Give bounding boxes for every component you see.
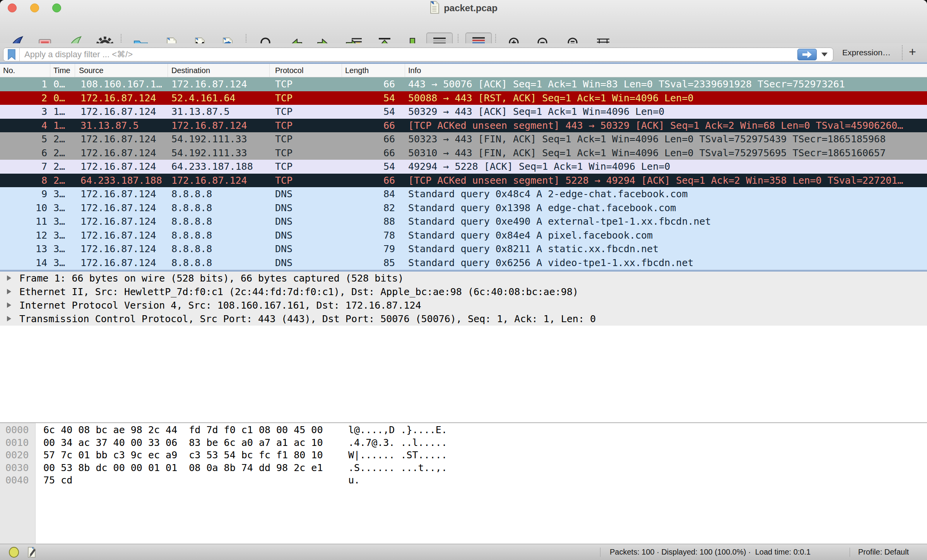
packet-details-pane: Frame 1: 66 bytes on wire (528 bits), 66… — [0, 271, 927, 422]
zoom-window-button[interactable] — [52, 3, 61, 12]
hex-row[interactable]: 001000 34 ac 37 40 00 33 06 83 be 6c a0 … — [0, 437, 927, 449]
column-header-info[interactable]: Info — [405, 64, 927, 77]
apply-filter-button[interactable] — [797, 49, 817, 60]
cell-destination: 54.192.111.33 — [168, 146, 270, 160]
hex-row[interactable]: 004075 cdu. — [0, 474, 927, 487]
cell-no: 3 — [0, 105, 50, 119]
cell-source: 108.160.167.1… — [75, 77, 168, 91]
detail-row[interactable]: Internet Protocol Version 4, Src: 108.16… — [0, 299, 927, 312]
cell-length: 66 — [342, 119, 405, 133]
cell-time: 2… — [50, 146, 75, 160]
expert-info-button[interactable] — [9, 546, 19, 560]
cell-destination: 52.4.161.64 — [168, 91, 270, 105]
cell-source: 172.16.87.124 — [75, 229, 168, 242]
title-bar: packet.pcap — [0, 0, 927, 15]
cell-no: 13 — [0, 242, 50, 256]
packet-row[interactable]: 52…172.16.87.12454.192.111.33TCP6650323 … — [0, 132, 927, 146]
packet-counts-text: Packets: 100 · Displayed: 100 (100.0%) ·… — [610, 544, 811, 560]
cell-info: 50310 → 443 [FIN, ACK] Seq=1 Ack=1 Win=4… — [405, 146, 927, 160]
filter-toolbar: Expression… + — [0, 43, 927, 62]
cell-info: 50329 → 443 [ACK] Seq=1 Ack=1 Win=4096 L… — [405, 105, 927, 119]
cell-protocol: DNS — [270, 242, 342, 256]
packet-row[interactable]: 41…31.13.87.5172.16.87.124TCP66[TCP ACKe… — [0, 119, 927, 133]
hex-row[interactable]: 00006c 40 08 bc ae 98 2c 44 fd 7d f0 c1 … — [0, 424, 927, 437]
packet-row[interactable]: 133…172.16.87.1248.8.8.8DNS79Standard qu… — [0, 242, 927, 256]
hex-ascii: .4.7@.3. ..l..... — [348, 437, 447, 449]
add-filter-button[interactable]: + — [909, 43, 916, 62]
filter-dropdown-caret-icon[interactable] — [821, 53, 828, 56]
cell-source: 172.16.87.124 — [75, 91, 168, 105]
document-icon — [429, 1, 440, 15]
detail-row[interactable]: Ethernet II, Src: HewlettP_7d:f0:c1 (2c:… — [0, 285, 927, 299]
cell-protocol: TCP — [270, 77, 342, 91]
disclosure-triangle-icon[interactable] — [7, 302, 11, 308]
cell-protocol: DNS — [270, 187, 342, 201]
cell-time: 2… — [50, 132, 75, 146]
cell-info: Standard query 0x48c4 A 2-edge-chat.face… — [405, 187, 927, 201]
disclosure-triangle-icon[interactable] — [7, 289, 11, 294]
disclosure-triangle-icon[interactable] — [7, 316, 11, 321]
cell-info: 50088 → 443 [RST, ACK] Seq=1 Ack=1 Win=4… — [405, 91, 927, 105]
packet-row[interactable]: 10…108.160.167.1…172.16.87.124TCP66443 →… — [0, 77, 927, 91]
profile-text[interactable]: Profile: Default — [858, 544, 909, 560]
cell-protocol: DNS — [270, 215, 342, 229]
column-header-time[interactable]: Time — [50, 64, 75, 77]
cell-destination: 8.8.8.8 — [168, 201, 270, 215]
cell-destination: 8.8.8.8 — [168, 229, 270, 242]
packet-row[interactable]: 82…64.233.187.188172.16.87.124TCP66[TCP … — [0, 174, 927, 188]
cell-no: 8 — [0, 174, 50, 188]
packet-row[interactable]: 123…172.16.87.1248.8.8.8DNS78Standard qu… — [0, 229, 927, 242]
packet-row[interactable]: 93…172.16.87.1248.8.8.8DNS84Standard que… — [0, 187, 927, 201]
cell-no: 2 — [0, 91, 50, 105]
cell-time: 3… — [50, 242, 75, 256]
packet-row[interactable]: 113…172.16.87.1248.8.8.8DNS88Standard qu… — [0, 215, 927, 229]
hex-ascii: .S...... ...t..,. — [348, 462, 447, 475]
cell-protocol: TCP — [270, 105, 342, 119]
cell-time: 2… — [50, 174, 75, 188]
cell-no: 7 — [0, 160, 50, 174]
capture-comment-button[interactable] — [26, 546, 37, 560]
cell-protocol: TCP — [270, 119, 342, 133]
packet-row[interactable]: 31…172.16.87.12431.13.87.5TCP5450329 → 4… — [0, 105, 927, 119]
packet-row[interactable]: 72…172.16.87.12464.233.187.188TCP5449294… — [0, 160, 927, 174]
cell-destination: 172.16.87.124 — [168, 174, 270, 188]
cell-source: 172.16.87.124 — [75, 215, 168, 229]
column-header-no[interactable]: No. — [0, 64, 50, 77]
disclosure-triangle-icon[interactable] — [7, 275, 11, 281]
main-toolbar — [0, 15, 927, 43]
cell-time: 1… — [50, 119, 75, 133]
display-filter-field[interactable] — [3, 48, 833, 61]
column-header-protocol[interactable]: Protocol — [270, 64, 342, 77]
cell-time: 3… — [50, 215, 75, 229]
column-header-destination[interactable]: Destination — [168, 64, 270, 77]
cell-length: 54 — [342, 105, 405, 119]
cell-length: 66 — [342, 146, 405, 160]
cell-info: Standard query 0xe490 A external-tpe1-1.… — [405, 215, 927, 229]
minimize-window-button[interactable] — [30, 3, 39, 12]
close-window-button[interactable] — [8, 3, 17, 12]
cell-info: 443 → 50076 [ACK] Seq=1 Ack=1 Win=83 Len… — [405, 77, 927, 91]
cell-length: 88 — [342, 215, 405, 229]
column-header-source[interactable]: Source — [75, 64, 168, 77]
hex-offset: 0010 — [5, 437, 29, 449]
display-filter-input[interactable] — [20, 50, 797, 60]
hex-row[interactable]: 002057 7c 01 bb c3 9c ec a9 c3 53 54 bc … — [0, 449, 927, 462]
detail-row[interactable]: Transmission Control Protocol, Src Port:… — [0, 312, 927, 326]
cell-length: 54 — [342, 91, 405, 105]
detail-row[interactable]: Frame 1: 66 bytes on wire (528 bits), 66… — [0, 271, 927, 285]
edit-comment-icon — [26, 546, 37, 558]
hex-bytes: 75 cd — [43, 474, 72, 487]
hex-bytes: 6c 40 08 bc ae 98 2c 44 fd 7d f0 c1 08 0… — [43, 424, 323, 437]
window-title: packet.pcap — [444, 3, 498, 14]
expression-button[interactable]: Expression… — [842, 43, 891, 62]
packet-row[interactable]: 143…172.16.87.1248.8.8.8DNS85Standard qu… — [0, 256, 927, 270]
cell-length: 54 — [342, 160, 405, 174]
cell-length: 66 — [342, 174, 405, 188]
column-header-length[interactable]: Length — [342, 64, 405, 77]
packet-row[interactable]: 103…172.16.87.1248.8.8.8DNS82Standard qu… — [0, 201, 927, 215]
packet-row[interactable]: 62…172.16.87.12454.192.111.33TCP6650310 … — [0, 146, 927, 160]
filter-bookmark-button[interactable] — [3, 48, 20, 61]
packet-row[interactable]: 20…172.16.87.12452.4.161.64TCP5450088 → … — [0, 91, 927, 105]
hex-row[interactable]: 003000 53 8b dc 00 00 01 01 08 0a 8b 74 … — [0, 462, 927, 475]
cell-destination: 64.233.187.188 — [168, 160, 270, 174]
